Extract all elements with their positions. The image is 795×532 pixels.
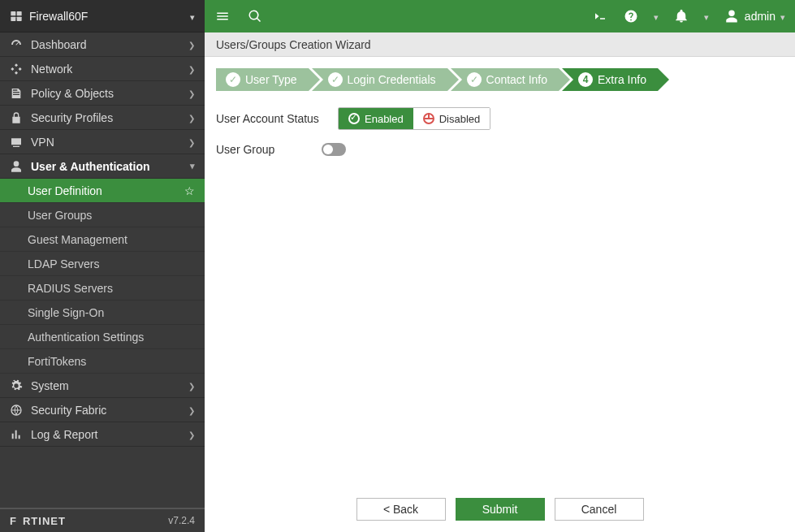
hostname-dropdown-icon[interactable]: [190, 10, 195, 23]
svg-rect-1: [17, 11, 22, 15]
chevron-right-icon: [188, 430, 195, 439]
step-user-type[interactable]: ✓ User Type: [216, 68, 309, 91]
sidebar-sub-user-definition[interactable]: User Definition ☆: [0, 179, 205, 203]
group-label: User Group: [216, 143, 322, 156]
sidebar-sub-guest-mgmt[interactable]: Guest Management: [0, 227, 205, 252]
user-group-toggle[interactable]: [322, 143, 346, 156]
vpn-icon: [10, 136, 23, 149]
search-icon[interactable]: [247, 8, 263, 24]
sidebar-item-label: System: [31, 379, 69, 392]
user-menu[interactable]: admin: [724, 8, 785, 24]
status-enabled-button[interactable]: Enabled: [339, 108, 413, 129]
svg-rect-0: [11, 11, 15, 15]
sidebar-sub-label: User Groups: [28, 209, 92, 222]
sidebar-sub-label: Single Sign-On: [28, 306, 104, 319]
sidebar-item-label: Network: [31, 63, 72, 76]
hostname: Firewall60F: [29, 10, 88, 23]
step-label: Contact Info: [486, 73, 548, 86]
sidebar-item-log-report[interactable]: Log & Report: [0, 422, 205, 447]
sidebar-sub-label: User Definition: [28, 184, 102, 197]
step-contact-info[interactable]: ✓ Contact Info: [451, 68, 560, 91]
svg-rect-3: [17, 16, 22, 20]
disabled-label: Disabled: [439, 113, 481, 125]
step-label: Login Credentials: [348, 73, 436, 86]
chevron-right-icon: [188, 137, 195, 147]
sidebar-sub-sso[interactable]: Single Sign-On: [0, 301, 205, 325]
submit-button[interactable]: Submit: [456, 498, 545, 521]
dashboard-icon: [10, 38, 23, 51]
status-label: User Account Status: [216, 112, 338, 125]
page-title: Users/Groups Creation Wizard: [205, 32, 795, 57]
user-label: admin: [745, 10, 776, 23]
sidebar-item-label: Security Fabric: [31, 404, 106, 417]
sidebar-item-system[interactable]: System: [0, 374, 205, 398]
sidebar: Firewall60F Dashboard Network Policy & O…: [0, 0, 205, 532]
check-icon: ✓: [467, 72, 482, 87]
sidebar-header[interactable]: Firewall60F: [0, 0, 205, 32]
row-user-group: User Group: [216, 136, 784, 162]
firmware-version: v7.2.4: [168, 515, 195, 526]
step-extra-info[interactable]: 4 Extra Info: [562, 68, 658, 91]
step-login-credentials[interactable]: ✓ Login Credentials: [312, 68, 447, 91]
sidebar-item-user-auth[interactable]: User & Authentication: [0, 154, 205, 179]
menu-toggle-icon[interactable]: [214, 8, 231, 24]
submit-label: Submit: [482, 503, 518, 516]
status-segmented: Enabled Disabled: [338, 107, 490, 130]
sidebar-item-label: User & Authentication: [31, 160, 150, 173]
sidebar-sub-label: RADIUS Servers: [28, 282, 113, 295]
sidebar-item-label: Log & Report: [31, 428, 98, 441]
sidebar-item-network[interactable]: Network: [0, 57, 205, 81]
favorite-star-icon[interactable]: ☆: [184, 184, 195, 197]
user-icon: [10, 160, 23, 173]
sidebar-item-label: Policy & Objects: [31, 87, 114, 100]
sidebar-sub-ldap[interactable]: LDAP Servers: [0, 252, 205, 276]
chevron-right-icon: [188, 89, 195, 98]
sidebar-sub-user-groups[interactable]: User Groups: [0, 203, 205, 227]
cancel-button[interactable]: Cancel: [555, 498, 644, 521]
step-number: 4: [578, 72, 593, 87]
disabled-icon: [423, 113, 434, 124]
sidebar-nav: Dashboard Network Policy & Objects Secur…: [0, 32, 205, 508]
fabric-icon: [10, 404, 23, 417]
back-button[interactable]: < Back: [356, 498, 446, 521]
help-dropdown-icon[interactable]: [654, 9, 659, 24]
chevron-right-icon: [188, 64, 195, 74]
status-disabled-button[interactable]: Disabled: [413, 108, 490, 129]
sidebar-item-policy[interactable]: Policy & Objects: [0, 81, 205, 106]
gear-icon: [10, 379, 23, 392]
chevron-right-icon: [188, 381, 195, 391]
svg-rect-2: [11, 16, 15, 20]
check-icon: ✓: [226, 72, 240, 87]
sidebar-sub-radius[interactable]: RADIUS Servers: [0, 276, 205, 301]
main: admin Users/Groups Creation Wizard ✓ Use…: [205, 0, 795, 532]
wizard-steps: ✓ User Type ✓ Login Credentials ✓ Contac…: [216, 68, 784, 91]
back-label: < Back: [383, 503, 418, 516]
network-icon: [10, 63, 23, 76]
policy-icon: [10, 87, 23, 100]
sidebar-item-dashboard[interactable]: Dashboard: [0, 32, 205, 57]
notif-dropdown-icon[interactable]: [704, 9, 709, 24]
sidebar-item-label: VPN: [31, 136, 54, 149]
chevron-down-icon: [190, 161, 195, 171]
sidebar-sub-label: LDAP Servers: [28, 257, 99, 270]
sidebar-sub-label: FortiTokens: [28, 355, 86, 368]
topbar: admin: [205, 0, 795, 32]
help-icon[interactable]: [623, 8, 639, 24]
sidebar-item-label: Security Profiles: [31, 111, 113, 124]
user-dropdown-icon: [780, 9, 785, 24]
cli-icon[interactable]: [592, 8, 608, 24]
sidebar-footer: FRTINET v7.2.4: [0, 508, 205, 532]
device-icon: [10, 10, 23, 23]
wizard-buttons: < Back Submit Cancel: [205, 498, 795, 521]
sidebar-item-security-profiles[interactable]: Security Profiles: [0, 106, 205, 130]
sidebar-item-security-fabric[interactable]: Security Fabric: [0, 398, 205, 422]
chevron-right-icon: [188, 405, 195, 415]
bell-icon[interactable]: [673, 8, 689, 24]
sidebar-sub-auth-settings[interactable]: Authentication Settings: [0, 325, 205, 349]
step-label: User Type: [245, 73, 297, 86]
brand-logo: FRTINET: [10, 515, 66, 527]
avatar-icon: [724, 8, 740, 24]
report-icon: [10, 428, 23, 441]
sidebar-item-vpn[interactable]: VPN: [0, 130, 205, 154]
sidebar-sub-fortitokens[interactable]: FortiTokens: [0, 349, 205, 374]
